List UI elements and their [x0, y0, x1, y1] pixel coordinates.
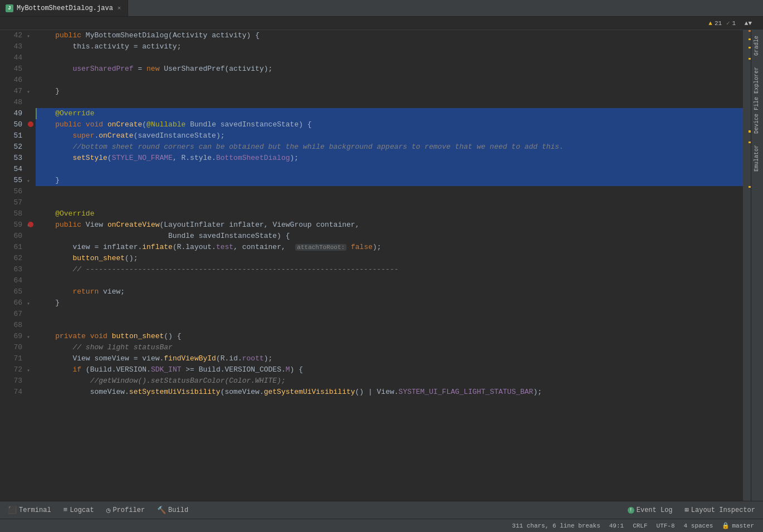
errors-button[interactable]: ✓ 1: [726, 19, 736, 27]
code-line-72[interactable]: if (Build.VERSION.SDK_INT >= Build.VERSI…: [36, 364, 743, 375]
code-line-42[interactable]: public MyBottomSheetDialog(Activity acti…: [36, 30, 743, 41]
line-number-69: 69: [2, 331, 22, 342]
code-line-61[interactable]: view = inflater.inflate(R.layout.test, c…: [36, 242, 743, 253]
status-cursor[interactable]: 49:1: [605, 519, 628, 532]
code-line-46[interactable]: [36, 75, 743, 86]
scroll-marker-5: [749, 130, 751, 133]
tab-mybottomsheetdialog[interactable]: J MyBottomSheetDialog.java ×: [0, 0, 128, 16]
status-encoding[interactable]: UTF-8: [652, 519, 679, 532]
code-body[interactable]: public MyBottomSheetDialog(Activity acti…: [36, 30, 743, 501]
code-line-62[interactable]: button_sheet();: [36, 253, 743, 264]
chevron-up-icon: ▲: [745, 20, 749, 27]
code-line-47[interactable]: }: [36, 86, 743, 97]
scroll-marker-2: [749, 38, 751, 40]
code-line-51[interactable]: super.onCreate(savedInstanceState);: [36, 130, 743, 141]
code-line-49[interactable]: @Override: [36, 108, 743, 119]
line-number-67: 67: [2, 309, 22, 320]
logcat-tab[interactable]: ≡ Logcat: [58, 502, 100, 518]
fold-icon-55[interactable]: ▾: [27, 178, 30, 184]
code-line-71[interactable]: View someView = view.findViewById(R.id.r…: [36, 353, 743, 364]
code-line-73[interactable]: //getWindow().setStatusBarColor(Color.WH…: [36, 375, 743, 387]
code-line-63[interactable]: // -------------------------------------…: [36, 264, 743, 275]
code-line-55[interactable]: }: [36, 175, 743, 186]
code-line-67[interactable]: [36, 309, 743, 320]
line-number-73: 73: [2, 375, 22, 387]
line-number-47: 47: [2, 86, 22, 97]
line-number-70: 70: [2, 342, 22, 353]
emulator-tab[interactable]: Emulator: [751, 139, 763, 177]
code-line-54[interactable]: [36, 164, 743, 175]
indent-label: 4 spaces: [684, 523, 713, 529]
warnings-button[interactable]: ▲ 21: [708, 20, 722, 27]
cursor-label: 49:1: [609, 523, 624, 529]
code-line-57[interactable]: [36, 197, 743, 208]
code-line-48[interactable]: [36, 97, 743, 108]
scroll-marker-6: [749, 141, 751, 143]
code-line-44[interactable]: [36, 52, 743, 64]
status-bar: 311 chars, 6 line breaks 49:1 CRLF UTF-8…: [0, 519, 763, 532]
line-number-49: 49: [2, 108, 22, 119]
line-number-71: 71: [2, 353, 22, 364]
profiler-tab[interactable]: ◷ Profiler: [101, 502, 150, 518]
line-number-59: 59: [2, 219, 22, 231]
terminal-icon: ⬛: [8, 506, 17, 515]
nav-down-button[interactable]: ▼: [748, 20, 752, 27]
fold-icon-59[interactable]: ▾: [27, 222, 30, 229]
code-line-58[interactable]: @Override: [36, 208, 743, 219]
code-line-43[interactable]: this.activity = activity;: [36, 41, 743, 52]
code-line-53[interactable]: setStyle(STYLE_NO_FRAME, R.style.BottomS…: [36, 153, 743, 164]
code-line-66[interactable]: }: [36, 297, 743, 309]
line-number-63: 63: [2, 264, 22, 275]
breakpoint-icon-50[interactable]: [28, 121, 33, 127]
code-line-68[interactable]: [36, 320, 743, 331]
line-number-61: 61: [2, 242, 22, 253]
status-indent[interactable]: 4 spaces: [679, 519, 718, 532]
editor-content: 4243444546474849505152535455565758596061…: [0, 30, 763, 501]
status-vcs[interactable]: 🔒 master: [717, 519, 759, 532]
fold-icon-69[interactable]: ▾: [27, 334, 30, 340]
layout-inspector-label: Layout Inspector: [691, 506, 755, 514]
warning-count: 21: [715, 20, 722, 27]
code-line-56[interactable]: [36, 186, 743, 197]
event-log-tab[interactable]: ! Event Log: [622, 502, 678, 518]
scroll-marker-1: [749, 30, 751, 32]
code-line-65[interactable]: return view;: [36, 286, 743, 297]
bottom-toolbar: ⬛ Terminal ≡ Logcat ◷ Profiler 🔨 Build !…: [0, 501, 763, 519]
scroll-marker-7: [749, 186, 751, 188]
code-line-64[interactable]: [36, 275, 743, 286]
code-line-50[interactable]: public void onCreate(@Nullable Bundle sa…: [36, 119, 743, 130]
device-file-explorer-tab[interactable]: Device File Explorer: [751, 61, 763, 139]
status-chars[interactable]: 311 chars, 6 line breaks: [507, 519, 604, 532]
code-line-70[interactable]: // show light statusBar: [36, 342, 743, 353]
code-line-69[interactable]: private void button_sheet() {: [36, 331, 743, 342]
line-number-43: 43: [2, 41, 22, 52]
scrollbar[interactable]: [743, 30, 751, 501]
warning-icon: ▲: [708, 20, 712, 27]
code-line-52[interactable]: //bottom sheet round corners can be obta…: [36, 141, 743, 153]
fold-icon-72[interactable]: ▾: [27, 367, 30, 374]
main-area: ▲ 21 ✓ 1 ▲ ▼ 424344454647484950515253545…: [0, 17, 763, 532]
build-label: Build: [168, 506, 188, 514]
line-number-56: 56: [2, 186, 22, 197]
tab-close-button[interactable]: ×: [116, 4, 123, 12]
line-number-62: 62: [2, 253, 22, 264]
gradle-tab[interactable]: Gradle: [751, 30, 763, 61]
layout-inspector-icon: ⊞: [685, 506, 689, 514]
line-number-42: 42: [2, 30, 22, 41]
code-line-74[interactable]: someView.setSystemUiVisibility(someView.…: [36, 387, 743, 398]
build-tab[interactable]: 🔨 Build: [151, 502, 194, 518]
code-line-59[interactable]: public View onCreateView(LayoutInflater …: [36, 219, 743, 231]
layout-inspector-tab[interactable]: ⊞ Layout Inspector: [679, 502, 761, 518]
fold-icon-66[interactable]: ▾: [27, 300, 30, 307]
line-ending-label: CRLF: [633, 523, 647, 529]
code-line-45[interactable]: userSharedPref = new UserSharedPref(acti…: [36, 64, 743, 75]
event-log-label: Event Log: [637, 506, 673, 514]
fold-icon-42[interactable]: ▾: [27, 33, 30, 40]
terminal-tab[interactable]: ⬛ Terminal: [2, 502, 57, 518]
code-line-60[interactable]: Bundle savedInstanceState) {: [36, 231, 743, 242]
java-file-icon: J: [6, 4, 13, 12]
fold-icon-47[interactable]: ▾: [27, 89, 30, 95]
gutter: ▾▾▾▾▾▾▾: [27, 30, 36, 501]
nav-up-button[interactable]: ▲: [745, 20, 749, 27]
status-line-ending[interactable]: CRLF: [628, 519, 652, 532]
